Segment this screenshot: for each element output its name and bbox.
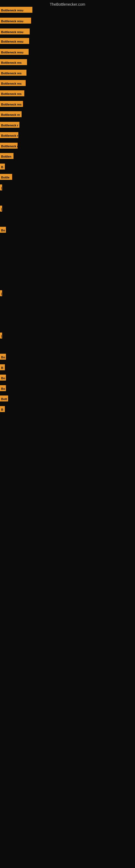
bottleneck-label-5: Bottleneck res	[0, 59, 27, 65]
bottleneck-label-19: Bo	[0, 227, 6, 233]
bottleneck-label-9: Bottleneck res	[0, 101, 23, 107]
bottleneck-label-25: Bo	[0, 385, 6, 391]
bottleneck-label-16: Bottle	[0, 174, 12, 180]
bottleneck-label-10: Bottleneck re	[0, 111, 21, 117]
bottleneck-label-18: |	[0, 206, 2, 212]
bottleneck-label-21: |	[0, 333, 2, 339]
bottleneck-label-11: Bottleneck r	[0, 122, 19, 128]
bottleneck-label-27: B	[0, 406, 5, 412]
site-title: TheBottlenecker.com	[0, 0, 135, 8]
bottleneck-label-13: Bottleneck r	[0, 143, 17, 149]
bottleneck-label-12: Bottleneck r	[0, 132, 18, 138]
bottleneck-label-8: Bottleneck res	[0, 90, 24, 96]
bottleneck-label-4: Bottleneck resu	[0, 49, 29, 55]
bottleneck-label-7: Bottleneck res	[0, 80, 26, 86]
bottleneck-label-2: Bottleneck resu	[0, 29, 30, 34]
bottleneck-label-26: Bott	[0, 396, 8, 401]
bottleneck-label-22: Bo	[0, 354, 6, 360]
bottleneck-label-0: Bottleneck resu	[0, 7, 32, 13]
bottleneck-label-6: Bottleneck res	[0, 70, 27, 76]
bottleneck-label-14: Bottlen	[0, 153, 13, 159]
bottleneck-label-15: B	[0, 163, 5, 169]
bottleneck-label-24: Bo	[0, 375, 6, 380]
bottleneck-label-3: Bottleneck resu	[0, 38, 29, 44]
bottleneck-label-20: |	[0, 290, 2, 296]
bottleneck-label-1: Bottleneck resu	[0, 18, 31, 24]
bottleneck-label-17: |	[0, 184, 2, 190]
bottleneck-label-23: B	[0, 364, 5, 370]
